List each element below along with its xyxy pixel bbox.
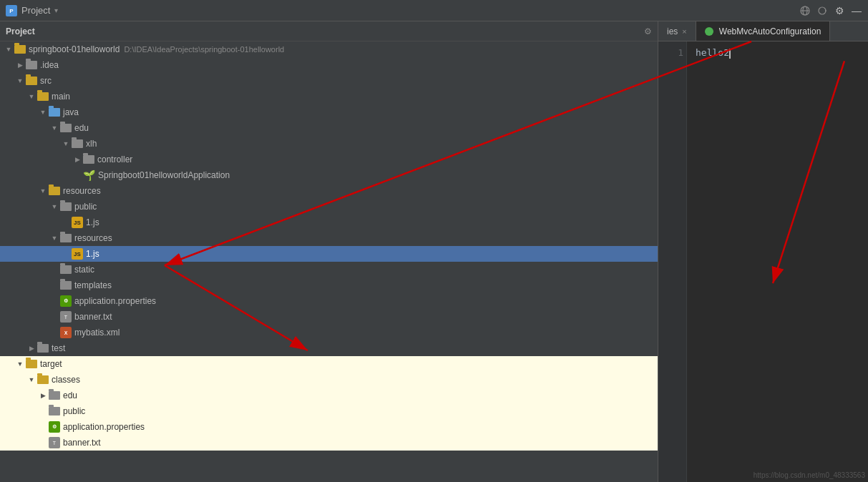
appprops-icon: ⚙ [60,295,72,307]
resources2-label: resources [74,233,112,243]
public-1js-icon: JS [72,217,83,228]
sidebar-item-springapp[interactable]: 🌱 Springboot01helloworldApplication [0,167,658,183]
sidebar-item-mybatisxml[interactable]: X mybatis.xml [0,325,658,340]
title-bar-left: P Project ▾ [6,5,58,16]
test-arrow [26,343,37,354]
edu-label: edu [74,123,89,133]
test-folder-icon [37,344,49,353]
editor-tabs: ies × WebMvcAutoConfiguration [658,21,868,41]
public-label: public [74,202,97,212]
minimize-button[interactable]: — [851,5,862,16]
edu-target-label: edu [63,390,77,400]
public-target-folder-icon [49,407,60,415]
src-folder-icon [26,77,37,85]
sidebar-item-static[interactable]: static [0,262,658,277]
sidebar-item-java[interactable]: java [0,104,658,120]
sidebar-gear-icon[interactable]: ⚙ [644,26,652,36]
sidebar-item-banner-target[interactable]: T banner.txt [0,435,658,451]
sidebar-item-classes[interactable]: classes [0,372,658,388]
editor-panel: ies × WebMvcAutoConfiguration 1 hello2 [658,21,868,482]
sidebar-header-label: Project [6,26,35,36]
resources-1js-icon: JS [72,248,83,260]
root-label: springboot-01helloworld [29,44,120,54]
editor-body: 1 hello2 [658,41,868,482]
mybatisxml-icon: X [60,327,72,338]
appprops-target-icon: ⚙ [49,421,60,433]
appprops-target-label: application.properties [63,422,145,432]
templates-label: templates [74,280,112,290]
appprops-label: application.properties [74,296,156,306]
sidebar-item-bannertxt[interactable]: T banner.txt [0,309,658,325]
tab-ies-label: ies [667,26,678,36]
resources-label: resources [63,186,101,196]
sidebar-item-resources2[interactable]: resources [0,230,658,246]
sidebar-item-appprops-target[interactable]: ⚙ application.properties [0,419,658,435]
sidebar-item-idea[interactable]: .idea [0,57,658,73]
resources-1js-label: 1.js [86,249,99,259]
sidebar-item-resources-1js[interactable]: JS 1.js [0,246,658,262]
sidebar-item-appprops[interactable]: ⚙ application.properties [0,293,658,309]
edu-folder-icon [60,124,72,132]
cursor [729,49,731,59]
public-folder-icon [60,202,72,211]
root-path: D:\IDEA\IdeaProjects\springboot-01hellow… [124,45,284,54]
target-section: target classes edu [0,356,658,451]
title-bar-right: ⚙ — [799,5,862,16]
xlh-arrow [60,138,72,149]
sidebar-item-target[interactable]: target [0,356,658,372]
sidebar-item-public[interactable]: public [0,199,658,215]
sidebar-item-resources[interactable]: resources [0,183,658,199]
mybatisxml-label: mybatis.xml [74,328,120,338]
controller-arrow [72,154,83,165]
sidebar-item-src[interactable]: src [0,73,658,89]
sidebar-item-test[interactable]: test [0,340,658,356]
tree-root[interactable]: springboot-01helloworld D:\IDEA\IdeaProj… [0,41,658,57]
sidebar-item-public-1js[interactable]: JS 1.js [0,215,658,230]
project-icon: P [6,5,17,16]
sidebar-tree: springboot-01helloworld D:\IDEA\IdeaProj… [0,41,658,482]
test-label: test [52,343,65,353]
sidebar-header: Project ⚙ [0,21,658,41]
line-numbers: 1 [658,41,687,482]
sidebar-item-templates[interactable]: templates [0,277,658,293]
src-arrow [14,75,26,87]
edu-arrow [49,122,60,134]
resources-folder-icon [49,187,60,195]
main-arrow [26,91,37,102]
tab-ies-close[interactable]: × [682,27,686,36]
sidebar-item-edu[interactable]: edu [0,120,658,136]
springapp-label: Springboot01helloworldApplication [98,170,230,180]
line-number-1: 1 [661,47,683,58]
resources2-arrow [49,232,60,244]
sidebar-item-public-target[interactable]: public [0,403,658,419]
globe-button[interactable] [799,5,811,16]
editor-content[interactable]: hello2 [687,41,868,482]
controller-folder-icon [83,155,94,164]
main-label: main [52,92,70,102]
controller-label: controller [97,154,132,164]
target-label: target [40,359,62,369]
settings-button[interactable]: ⚙ [834,5,845,16]
tab-ies[interactable]: ies × [658,21,696,41]
classes-label: classes [52,375,80,385]
tab-webmvc[interactable]: WebMvcAutoConfiguration [696,21,831,41]
sidebar-item-controller[interactable]: controller [0,152,658,167]
sidebar-item-main[interactable]: main [0,89,658,104]
target-arrow [14,358,26,370]
public-target-label: public [63,406,85,416]
project-label[interactable]: Project [21,5,50,16]
project-dropdown-arrow[interactable]: ▾ [54,6,58,14]
sidebar-item-edu-target[interactable]: edu [0,388,658,403]
svg-text:P: P [9,8,14,14]
classes-folder-icon [37,375,49,384]
edu-target-folder-icon [49,391,60,400]
idea-folder-icon [26,61,37,69]
spring-icon: 🌱 [83,169,95,181]
bannertxt-label: banner.txt [74,312,112,322]
sync-button[interactable] [816,5,828,16]
bannertxt-icon: T [60,311,72,323]
resources2-folder-icon [60,234,72,242]
java-arrow [37,107,49,118]
idea-label: .idea [40,60,59,70]
sidebar-item-xlh[interactable]: xlh [0,136,658,152]
